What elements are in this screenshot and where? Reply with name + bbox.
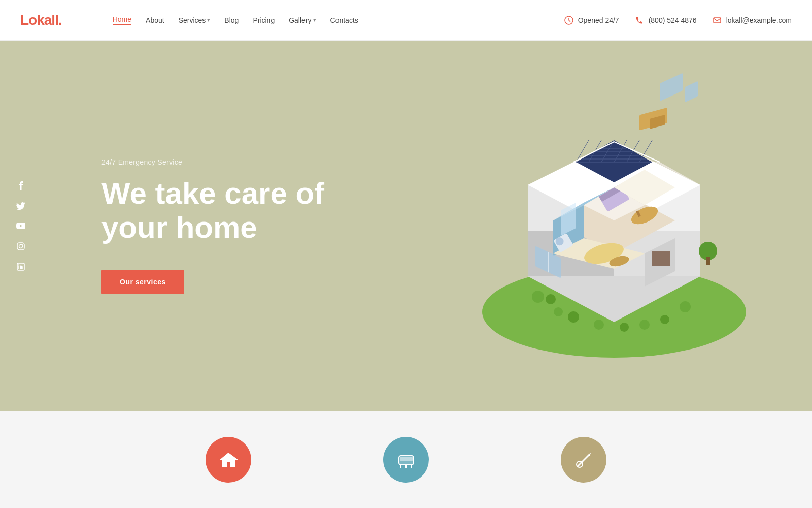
hero-title-line2: your home <box>101 210 257 244</box>
social-sidebar <box>15 180 26 272</box>
services-strip <box>0 411 812 508</box>
hours-info: Opened 24/7 <box>564 15 619 25</box>
svg-point-4 <box>22 244 23 245</box>
svg-rect-45 <box>660 73 683 102</box>
svg-point-49 <box>532 291 544 303</box>
svg-point-55 <box>639 320 650 330</box>
youtube-icon[interactable] <box>15 220 26 232</box>
svg-point-57 <box>680 301 691 312</box>
hero-section: 24/7 Emergency Service We take care of y… <box>0 41 812 411</box>
hero-title-line1: We take care of <box>101 176 324 210</box>
svg-rect-27 <box>652 251 670 266</box>
instagram-icon[interactable] <box>15 241 26 252</box>
phone-info: (800) 524 4876 <box>634 15 697 25</box>
header: Lokall. Home About Services Blog Pricing… <box>0 0 812 41</box>
clock-icon <box>564 15 574 25</box>
hours-text: Opened 24/7 <box>578 16 619 24</box>
svg-rect-2 <box>17 243 24 250</box>
email-text: lokall@example.com <box>726 16 792 24</box>
svg-rect-46 <box>685 81 698 103</box>
twitter-icon[interactable] <box>15 200 26 211</box>
phone-text: (800) 524 4876 <box>649 16 697 24</box>
main-nav: Home About Services Blog Pricing Gallery… <box>113 15 564 25</box>
service-icon-ac[interactable] <box>383 437 429 483</box>
hero-content: 24/7 Emergency Service We take care of y… <box>101 158 324 294</box>
linkedin-icon[interactable] <box>15 261 26 272</box>
email-icon <box>712 15 722 25</box>
svg-point-6 <box>18 264 19 265</box>
logo-dot: . <box>58 12 62 28</box>
nav-about[interactable]: About <box>146 16 164 24</box>
svg-rect-48 <box>706 257 710 265</box>
hero-subtitle: 24/7 Emergency Service <box>101 158 324 166</box>
house-illustration <box>426 53 782 368</box>
nav-contacts[interactable]: Contacts <box>330 16 358 24</box>
svg-point-54 <box>620 323 629 332</box>
nav-gallery[interactable]: Gallery <box>289 16 316 24</box>
phone-icon <box>634 15 645 25</box>
svg-point-52 <box>568 311 579 323</box>
logo-text: Lokall <box>20 12 58 28</box>
svg-point-50 <box>546 294 556 304</box>
facebook-icon[interactable] <box>15 180 26 191</box>
logo[interactable]: Lokall. <box>20 12 87 28</box>
email-info: lokall@example.com <box>712 15 792 25</box>
our-services-button[interactable]: Our services <box>101 270 184 294</box>
hero-title: We take care of your home <box>101 176 324 244</box>
service-icon-tools[interactable] <box>561 437 606 483</box>
svg-rect-64 <box>400 457 413 461</box>
nav-pricing[interactable]: Pricing <box>253 16 275 24</box>
service-icon-home[interactable] <box>206 437 251 483</box>
nav-services[interactable]: Services <box>179 16 211 24</box>
nav-blog[interactable]: Blog <box>224 16 239 24</box>
svg-point-53 <box>594 320 604 330</box>
svg-point-3 <box>19 245 23 248</box>
nav-home[interactable]: Home <box>113 15 131 25</box>
svg-point-56 <box>660 315 669 324</box>
svg-rect-1 <box>714 18 721 23</box>
header-contact-info: Opened 24/7 (800) 524 4876 lokall@exampl… <box>564 15 792 25</box>
svg-point-51 <box>554 307 563 316</box>
